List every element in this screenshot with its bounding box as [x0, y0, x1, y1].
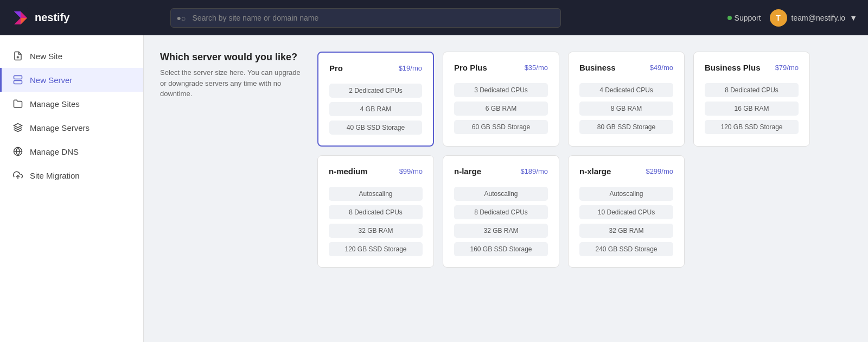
spec-badge: 4 Dedicated CPUs: [579, 83, 673, 97]
folder-icon: [12, 98, 23, 109]
sidebar-item-manage-servers[interactable]: Manage Servers: [0, 116, 143, 140]
avatar: T: [770, 9, 787, 27]
card-specs: 3 Dedicated CPUs6 GB RAM60 GB SSD Storag…: [454, 83, 548, 134]
card-name: Business Plus: [705, 63, 761, 72]
spec-badge: 32 GB RAM: [579, 224, 673, 238]
card-name: n-medium: [329, 167, 368, 176]
card-price: $35/mo: [525, 64, 548, 72]
logo: nestify: [11, 8, 81, 28]
server-icon: [12, 74, 23, 85]
card-price: $299/mo: [646, 167, 673, 175]
card-name: Pro: [329, 64, 343, 73]
upload-icon: [12, 170, 23, 181]
globe-icon: [12, 146, 23, 157]
spec-badge: 32 GB RAM: [329, 224, 423, 238]
spec-badge: 120 GB SSD Storage: [329, 242, 423, 256]
svg-rect-6: [14, 76, 22, 79]
search-input[interactable]: [170, 8, 561, 28]
support-status-dot: [727, 16, 732, 20]
card-name: Pro Plus: [454, 63, 487, 72]
sidebar-item-manage-sites[interactable]: Manage Sites: [0, 92, 143, 116]
sidebar-item-label: New Server: [30, 75, 72, 85]
cards-row-1: Pro$19/mo2 Dedicated CPUs4 GB RAM40 GB S…: [317, 52, 810, 147]
user-badge[interactable]: T team@nestify.io ▼: [770, 9, 857, 27]
card-header: n-xlarge$299/mo: [579, 167, 673, 176]
card-price: $49/mo: [650, 64, 673, 72]
spec-badge: Autoscaling: [329, 187, 423, 201]
cards-row-2: n-medium$99/moAutoscaling8 Dedicated CPU…: [317, 155, 810, 268]
header: nestify ●⌕ Support T team@nestify.io ▼: [0, 0, 868, 35]
spec-badge: 40 GB SSD Storage: [329, 121, 422, 135]
main-content: Which server would you like? Select the …: [144, 35, 868, 342]
card-name: n-large: [454, 167, 481, 176]
spec-badge: 8 GB RAM: [579, 102, 673, 116]
server-card-n-medium[interactable]: n-medium$99/moAutoscaling8 Dedicated CPU…: [317, 155, 434, 268]
card-price: $99/mo: [399, 167, 423, 175]
sidebar-item-new-site[interactable]: New Site: [0, 44, 143, 68]
server-card-pro[interactable]: Pro$19/mo2 Dedicated CPUs4 GB RAM40 GB S…: [317, 52, 434, 147]
spec-badge: 8 Dedicated CPUs: [705, 83, 799, 97]
svg-rect-7: [14, 81, 22, 84]
sidebar-item-label: Manage Servers: [30, 123, 90, 132]
card-specs: Autoscaling10 Dedicated CPUs32 GB RAM240…: [579, 187, 673, 256]
header-right: Support T team@nestify.io ▼: [727, 9, 857, 27]
file-plus-icon: [12, 50, 23, 61]
spec-badge: 80 GB SSD Storage: [579, 120, 673, 134]
card-header: n-medium$99/mo: [329, 167, 423, 176]
card-specs: 8 Dedicated CPUs16 GB RAM120 GB SSD Stor…: [705, 83, 799, 134]
page-question: Which server would you like?: [160, 52, 301, 63]
spec-badge: 8 Dedicated CPUs: [329, 205, 423, 219]
spec-badge: 6 GB RAM: [454, 102, 548, 116]
spec-badge: 120 GB SSD Storage: [705, 120, 799, 134]
card-specs: Autoscaling8 Dedicated CPUs32 GB RAM160 …: [454, 187, 548, 256]
sidebar-item-label: Manage DNS: [30, 147, 79, 156]
server-card-business[interactable]: Business$49/mo4 Dedicated CPUs8 GB RAM80…: [568, 52, 685, 147]
card-specs: 4 Dedicated CPUs8 GB RAM80 GB SSD Storag…: [579, 83, 673, 134]
server-card-n-xlarge[interactable]: n-xlarge$299/moAutoscaling10 Dedicated C…: [568, 155, 685, 268]
user-email: team@nestify.io: [792, 14, 846, 22]
support-label[interactable]: Support: [727, 14, 761, 22]
sidebar-item-manage-dns[interactable]: Manage DNS: [0, 140, 143, 163]
spec-badge: Autoscaling: [579, 187, 673, 201]
server-cards-section: Pro$19/mo2 Dedicated CPUs4 GB RAM40 GB S…: [317, 52, 810, 276]
content-area: Which server would you like? Select the …: [160, 52, 852, 276]
card-header: Pro$19/mo: [329, 64, 422, 73]
spec-badge: 160 GB SSD Storage: [454, 242, 548, 256]
nestify-logo-icon: [11, 8, 30, 28]
card-specs: Autoscaling8 Dedicated CPUs32 GB RAM120 …: [329, 187, 423, 256]
sidebar-item-site-migration[interactable]: Site Migration: [0, 163, 143, 187]
sidebar: New SiteNew ServerManage SitesManage Ser…: [0, 35, 144, 342]
card-price: $189/mo: [520, 167, 548, 175]
spec-badge: 16 GB RAM: [705, 102, 799, 116]
card-header: n-large$189/mo: [454, 167, 548, 176]
spec-badge: 60 GB SSD Storage: [454, 120, 548, 134]
sidebar-item-label: New Site: [30, 52, 62, 61]
svg-marker-10: [14, 124, 22, 128]
sidebar-item-new-server[interactable]: New Server: [0, 68, 143, 92]
spec-badge: 32 GB RAM: [454, 224, 548, 238]
server-card-pro-plus[interactable]: Pro Plus$35/mo3 Dedicated CPUs6 GB RAM60…: [443, 52, 559, 147]
card-header: Business Plus$79/mo: [705, 63, 799, 72]
spec-badge: 10 Dedicated CPUs: [579, 205, 673, 219]
card-name: Business: [579, 63, 616, 72]
page-description: Select the server size here. You can upg…: [160, 67, 301, 99]
card-header: Business$49/mo: [579, 63, 673, 72]
search-bar: ●⌕: [170, 8, 561, 28]
card-name: n-xlarge: [579, 167, 611, 176]
spec-badge: 8 Dedicated CPUs: [454, 205, 548, 219]
card-header: Pro Plus$35/mo: [454, 63, 548, 72]
sidebar-item-label: Manage Sites: [30, 99, 80, 109]
spec-badge: 4 GB RAM: [329, 102, 422, 116]
layout: New SiteNew ServerManage SitesManage Ser…: [0, 35, 868, 342]
card-specs: 2 Dedicated CPUs4 GB RAM40 GB SSD Storag…: [329, 84, 422, 135]
layers-icon: [12, 122, 23, 133]
server-card-n-large[interactable]: n-large$189/moAutoscaling8 Dedicated CPU…: [443, 155, 559, 268]
search-icon: ●⌕: [177, 14, 186, 22]
spec-badge: Autoscaling: [454, 187, 548, 201]
card-price: $19/mo: [399, 64, 422, 72]
server-card-business-plus[interactable]: Business Plus$79/mo8 Dedicated CPUs16 GB…: [693, 52, 810, 147]
spec-badge: 2 Dedicated CPUs: [329, 84, 422, 98]
spec-badge: 240 GB SSD Storage: [579, 242, 673, 256]
left-panel: Which server would you like? Select the …: [160, 52, 301, 276]
logo-text: nestify: [35, 11, 69, 24]
